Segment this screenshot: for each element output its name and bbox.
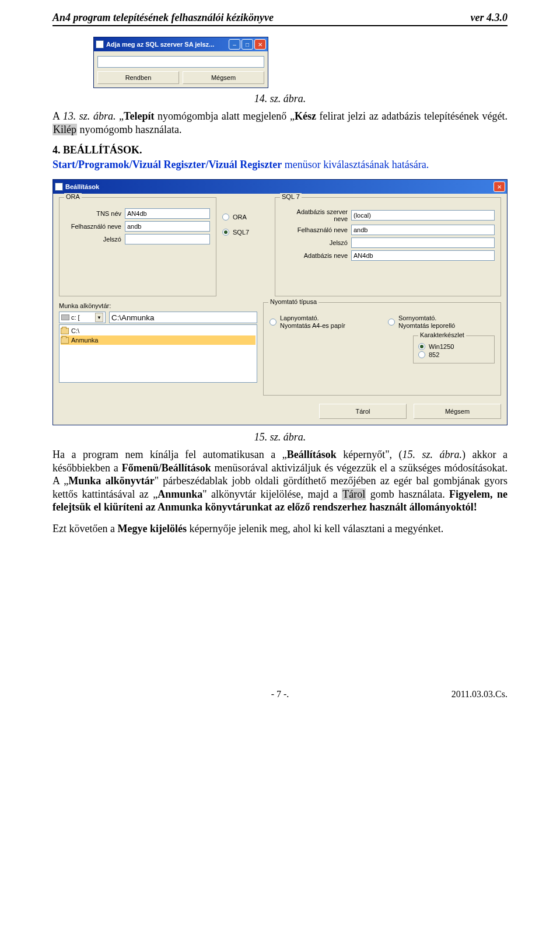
doc-footer: - 7 -. 2011.03.03.Cs. bbox=[52, 687, 508, 700]
folder-item-anmunka[interactable]: Anmunka bbox=[61, 335, 256, 345]
fig14-caption: 14. sz. ábra. bbox=[52, 93, 508, 105]
paragraph-1: A 13. sz. ábra. „Telepít nyomógombja ala… bbox=[52, 110, 508, 136]
ora-user-input[interactable] bbox=[125, 221, 210, 232]
drive-icon bbox=[61, 314, 69, 320]
tns-input[interactable] bbox=[125, 208, 210, 219]
server-input[interactable] bbox=[351, 210, 495, 221]
sql-pw-input[interactable] bbox=[351, 237, 495, 248]
drive-combo[interactable]: c: [ ▼ bbox=[59, 312, 106, 323]
dialog-title: Adja meg az SQL szerver SA jelsz... bbox=[106, 41, 229, 48]
ora-pw-input[interactable] bbox=[125, 234, 210, 244]
printer-group: Nyomtató típusa Lapnyomtató. Nyomtatás A… bbox=[263, 302, 501, 396]
doc-version: ver 4.3.0 bbox=[471, 12, 508, 24]
sql7-group: SQL 7 Adatbázis szerver neve Felhasználó… bbox=[275, 197, 501, 296]
charset-852-radio[interactable]: 852 bbox=[418, 351, 489, 358]
folder-icon bbox=[61, 328, 69, 334]
dbtype-group: ORA SQL7 bbox=[222, 197, 269, 296]
doc-header: An4 program telepítésének felhasználói k… bbox=[52, 12, 508, 26]
ok-button[interactable]: Rendben bbox=[97, 71, 179, 84]
drive-text: c: [ bbox=[71, 314, 80, 321]
work-folder-panel: Munka alkönyvtár: c: [ ▼ C:\ bbox=[59, 302, 257, 396]
ora-user-label: Felhasználó neve bbox=[65, 223, 125, 230]
sql7-legend: SQL 7 bbox=[280, 193, 302, 200]
chevron-down-icon: ▼ bbox=[95, 313, 103, 322]
sql-user-input[interactable] bbox=[351, 225, 495, 235]
paragraph-3: Ezt követően a Megye kijelölés képernyőj… bbox=[52, 522, 508, 536]
dbtype-sql7-radio[interactable]: SQL7 bbox=[222, 229, 269, 236]
charset-group: Karakterkészlet Win1250 852 bbox=[413, 335, 495, 363]
settings-dialog: Beállítások ✕ ORA TNS név Felhasználó ne… bbox=[52, 179, 508, 425]
ora-group: ORA TNS név Felhasználó neve Jelszó bbox=[59, 197, 216, 296]
close-button[interactable]: ✕ bbox=[494, 181, 505, 192]
fig15-caption: 15. sz. ábra. bbox=[52, 431, 508, 443]
sa-password-input[interactable] bbox=[97, 56, 264, 68]
dbtype-ora-radio[interactable]: ORA bbox=[222, 214, 269, 221]
menu-path-line: Start/Programok/Vizuál Regiszter/Vizuál … bbox=[52, 159, 508, 171]
cancel-button[interactable]: Mégsem bbox=[414, 404, 501, 419]
folder-list[interactable]: C:\ Anmunka bbox=[59, 324, 257, 383]
db-label: Adatbázis neve bbox=[281, 252, 351, 259]
settings-title: Beállítások bbox=[65, 183, 494, 190]
save-button[interactable]: Tárol bbox=[319, 404, 407, 419]
tns-label: TNS név bbox=[65, 210, 125, 217]
close-button[interactable]: ✕ bbox=[254, 39, 266, 50]
line-printer-radio[interactable]: Sornyomtató. Nyomtatás leporelló bbox=[388, 314, 495, 330]
paragraph-2: Ha a program nem kínálja fel automatikus… bbox=[52, 448, 508, 514]
maximize-button[interactable]: □ bbox=[242, 39, 253, 50]
doc-title: An4 program telepítésének felhasználói k… bbox=[52, 12, 274, 24]
charset-win1250-radio[interactable]: Win1250 bbox=[418, 343, 489, 350]
work-folder-label: Munka alkönyvtár: bbox=[59, 302, 257, 309]
ora-legend: ORA bbox=[64, 193, 82, 200]
app-icon bbox=[55, 183, 63, 191]
app-icon bbox=[96, 40, 104, 48]
charset-legend: Karakterkészlet bbox=[418, 331, 466, 338]
page-number: - 7 -. bbox=[52, 689, 508, 700]
sql-pw-label: Jelszó bbox=[281, 239, 351, 246]
sql-password-dialog: Adja meg az SQL szerver SA jelsz... – □ … bbox=[93, 37, 268, 88]
path-input[interactable] bbox=[109, 312, 257, 323]
printer-legend: Nyomtató típusa bbox=[268, 298, 318, 305]
db-input[interactable] bbox=[351, 250, 495, 261]
settings-titlebar: Beállítások ✕ bbox=[53, 180, 507, 194]
section-4-heading: 4. BEÁLLÍTÁSOK. bbox=[52, 144, 508, 156]
ora-pw-label: Jelszó bbox=[65, 236, 125, 243]
server-label: Adatbázis szerver neve bbox=[281, 208, 351, 222]
minimize-button[interactable]: – bbox=[229, 39, 240, 50]
sql-user-label: Felhasználó neve bbox=[281, 226, 351, 233]
folder-icon bbox=[61, 337, 69, 344]
folder-item-root[interactable]: C:\ bbox=[61, 326, 256, 335]
dialog-titlebar: Adja meg az SQL szerver SA jelsz... – □ … bbox=[94, 37, 268, 51]
page-printer-radio[interactable]: Lapnyomtató. Nyomtatás A4-es papír bbox=[270, 314, 376, 330]
cancel-button[interactable]: Mégsem bbox=[183, 71, 264, 84]
